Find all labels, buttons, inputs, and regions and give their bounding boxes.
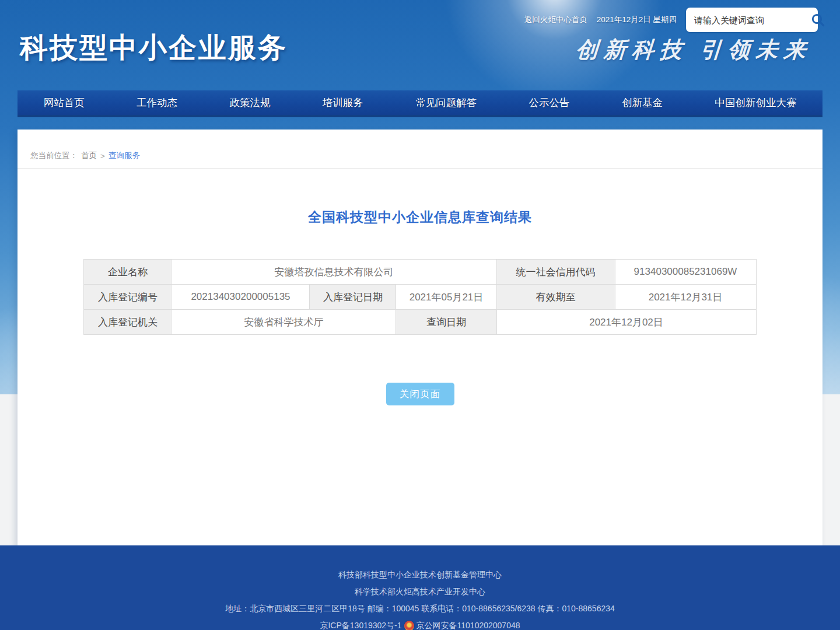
table-row: 企业名称 安徽塔孜信息技术有限公司 统一社会信用代码 9134030008523…: [84, 260, 756, 285]
nav-item-faq[interactable]: 常见问题解答: [410, 96, 482, 110]
search-icon[interactable]: [810, 12, 825, 27]
query-date-label: 查询日期: [396, 310, 496, 335]
registration-date-value: 2021年05月21日: [396, 285, 496, 310]
site-slogan: 创新科技 引领未来: [575, 35, 813, 65]
search-box: [686, 8, 818, 32]
nav-item-innovation-competition[interactable]: 中国创新创业大赛: [709, 96, 802, 110]
site-logo-title: 科技型中小企业服务: [20, 29, 288, 66]
search-input[interactable]: [694, 15, 810, 25]
registration-number-label: 入库登记编号: [84, 285, 172, 310]
query-date-value: 2021年12月02日: [496, 310, 756, 335]
valid-until-value: 2021年12月31日: [615, 285, 756, 310]
torch-center-home-link[interactable]: 返回火炬中心首页: [524, 15, 587, 25]
registration-authority-value: 安徽省科学技术厅: [172, 310, 396, 335]
registration-number-value: 202134030200005135: [172, 285, 310, 310]
close-page-button[interactable]: 关闭页面: [386, 383, 454, 405]
security-record-link[interactable]: 京公网安备11010202007048: [416, 617, 520, 630]
breadcrumb: 您当前位置： 首页 > 查询服务: [18, 130, 822, 169]
footer-torch-center: 科学技术部火炬高技术产业开发中心: [0, 583, 840, 600]
public-security-badge-icon: [404, 621, 414, 630]
breadcrumb-separator: >: [100, 152, 105, 160]
breadcrumb-home-link[interactable]: 首页: [81, 150, 97, 161]
breadcrumb-current-link[interactable]: 查询服务: [108, 150, 140, 161]
nav-item-announcements[interactable]: 公示公告: [523, 96, 576, 110]
nav-item-innovation-fund[interactable]: 创新基金: [616, 96, 668, 110]
content-panel: 您当前位置： 首页 > 查询服务 全国科技型中小企业信息库查询结果 企业名称 安…: [18, 130, 822, 545]
breadcrumb-prefix: 您当前位置：: [30, 150, 78, 161]
valid-until-label: 有效期至: [496, 285, 615, 310]
credit-code-value: 91340300085231069W: [615, 260, 756, 285]
top-utility-bar: 返回火炬中心首页 2021年12月2日 星期四: [524, 7, 818, 33]
company-name-label: 企业名称: [84, 260, 172, 285]
table-row: 入库登记编号 202134030200005135 入库登记日期 2021年05…: [84, 285, 756, 310]
nav-item-work-news[interactable]: 工作动态: [131, 96, 183, 110]
nav-item-policies[interactable]: 政策法规: [223, 96, 276, 110]
registration-authority-label: 入库登记机关: [84, 310, 172, 335]
current-date: 2021年12月2日 星期四: [597, 15, 677, 25]
page-title: 全国科技型中小企业信息库查询结果: [18, 208, 822, 226]
footer-contact-info: 地址：北京市西城区三里河二区甲18号 邮编：100045 联系电话：010-88…: [0, 600, 840, 617]
footer-icp-line: 京ICP备13019302号-1 京公网安备11010202007048: [0, 617, 840, 630]
query-result-table: 企业名称 安徽塔孜信息技术有限公司 统一社会信用代码 9134030008523…: [83, 259, 756, 335]
table-row: 入库登记机关 安徽省科学技术厅 查询日期 2021年12月02日: [84, 310, 756, 335]
company-name-value: 安徽塔孜信息技术有限公司: [172, 260, 496, 285]
icp-number-link[interactable]: 京ICP备13019302号-1: [320, 617, 401, 630]
main-navigation: 网站首页 工作动态 政策法规 培训服务 常见问题解答 公示公告 创新基金 中国创…: [18, 90, 822, 117]
nav-item-training[interactable]: 培训服务: [317, 96, 369, 110]
registration-date-label: 入库登记日期: [310, 285, 396, 310]
footer-fund-center: 科技部科技型中小企业技术创新基金管理中心: [0, 566, 840, 583]
nav-item-home[interactable]: 网站首页: [38, 96, 90, 110]
credit-code-label: 统一社会信用代码: [496, 260, 615, 285]
page-footer: 科技部科技型中小企业技术创新基金管理中心 科学技术部火炬高技术产业开发中心 地址…: [0, 545, 840, 630]
